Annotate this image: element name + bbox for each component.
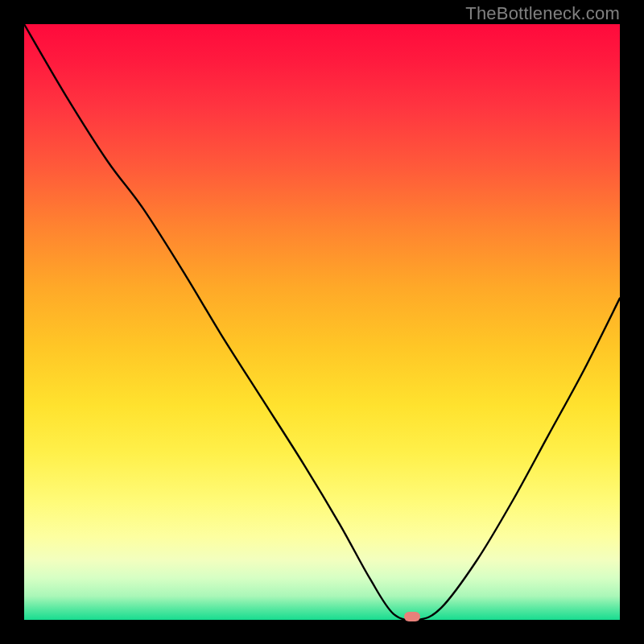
bottleneck-curve — [24, 24, 620, 621]
curve-svg — [24, 24, 620, 620]
optimal-point-marker — [404, 612, 420, 621]
watermark-text: TheBottleneck.com — [465, 3, 620, 24]
chart-frame: TheBottleneck.com — [0, 0, 644, 644]
plot-area — [24, 24, 620, 620]
